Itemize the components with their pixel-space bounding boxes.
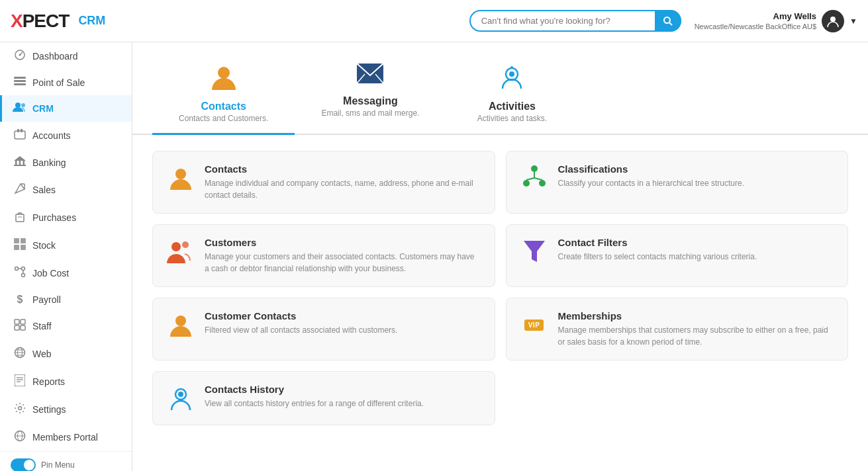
toggle-knob (24, 460, 34, 470)
svg-point-2 (830, 17, 836, 22)
avatar[interactable] (822, 10, 844, 32)
search-icon (663, 16, 673, 26)
customer-contacts-card-desc: Filtered view of all contacts associated… (205, 324, 481, 336)
tab-activities[interactable]: Activities Activities and tasks. (446, 56, 578, 134)
sidebar-item-purchases[interactable]: Purchases (0, 204, 132, 232)
members-portal-icon (13, 430, 27, 445)
contacts-tab-sublabel: Contacts and Customers. (179, 114, 268, 123)
svg-rect-31 (15, 320, 19, 324)
contacts-card-title: Contacts (205, 163, 481, 175)
svg-point-4 (19, 54, 21, 56)
contacts-history-card-title: Contacts History (205, 384, 481, 395)
logo-area: XPECT CRM (11, 11, 105, 32)
svg-point-8 (15, 103, 21, 108)
cards-section: Contacts Manage individual and company c… (132, 135, 868, 441)
sidebar-item-banking[interactable]: Banking (0, 150, 132, 176)
sidebar-item-settings[interactable]: Settings (0, 396, 132, 423)
search-area (469, 10, 681, 32)
svg-rect-34 (21, 325, 25, 330)
settings-icon (13, 402, 27, 417)
sidebar-item-payroll[interactable]: $ Payroll (0, 287, 132, 312)
card-contact-filters[interactable]: Contact Filters Create filters to select… (506, 224, 849, 287)
user-dropdown-arrow[interactable]: ▼ (849, 17, 857, 26)
svg-point-56 (539, 180, 546, 187)
svg-rect-33 (15, 325, 19, 330)
reports-icon (13, 374, 27, 389)
sidebar-item-crm[interactable]: CRM (0, 95, 132, 122)
svg-rect-20 (16, 214, 24, 222)
main-layout: Dashboard Point of Sale (0, 42, 868, 471)
activities-tab-sublabel: Activities and tasks. (477, 114, 547, 123)
customer-contacts-card-icon (166, 310, 195, 339)
sidebar-item-web[interactable]: Web (0, 340, 132, 368)
pin-menu-toggle[interactable] (11, 458, 36, 471)
sidebar-item-accounts[interactable]: Accounts (0, 122, 132, 150)
sales-icon (13, 183, 27, 197)
sidebar-item-staff[interactable]: Staff (0, 312, 132, 340)
avatar-icon (826, 14, 840, 28)
svg-point-61 (182, 241, 189, 248)
logo-x: X (11, 11, 23, 31)
tab-messaging[interactable]: Messaging Email, sms and mail merge. (295, 56, 446, 128)
contacts-card-desc: Manage individual and company contacts, … (205, 177, 481, 201)
activities-tab-label: Activities (489, 101, 536, 112)
customers-card-icon (166, 237, 195, 266)
sidebar-item-reports[interactable]: Reports (0, 368, 132, 396)
sidebar-label-members-portal: Members Portal (32, 432, 98, 443)
card-classifications[interactable]: Classifications Classify your contacts i… (506, 151, 849, 214)
user-name: Amy Wells (695, 11, 816, 22)
memberships-card-desc: Manage memberships that customers may su… (558, 324, 835, 348)
card-contacts[interactable]: Contacts Manage individual and company c… (152, 151, 495, 214)
classifications-card-desc: Classify your contacts in a hierarchical… (558, 177, 835, 189)
sidebar-item-dashboard[interactable]: Dashboard (0, 42, 132, 70)
sidebar-label-stock: Stock (32, 240, 56, 251)
search-button[interactable] (655, 10, 681, 32)
svg-rect-40 (15, 374, 25, 386)
contacts-history-card-desc: View all contacts history entries for a … (205, 398, 481, 409)
customer-contacts-card-title: Customer Contacts (205, 310, 481, 321)
svg-rect-6 (14, 80, 26, 82)
sidebar-label-banking: Banking (32, 157, 66, 168)
stock-icon (13, 238, 27, 253)
messaging-tab-icon (356, 62, 385, 91)
user-info: Amy Wells Newcastle/Newcastle BackOffice… (695, 11, 816, 30)
card-customers[interactable]: Customers Manage your customers and thei… (152, 224, 495, 287)
pin-menu-label: Pin Menu (41, 460, 75, 470)
search-input[interactable] (469, 10, 681, 32)
dashboard-icon (13, 49, 27, 64)
sidebar-item-point-of-sale[interactable]: Point of Sale (0, 70, 132, 95)
sidebar-item-stock[interactable]: Stock (0, 232, 132, 259)
sidebar-item-sales[interactable]: Sales (0, 176, 132, 204)
svg-rect-32 (21, 320, 25, 324)
svg-point-26 (15, 267, 19, 271)
sidebar-label-settings: Settings (32, 404, 66, 415)
card-contacts-history[interactable]: Contacts History View all contacts histo… (152, 371, 495, 425)
sidebar-item-members-portal[interactable]: Members Portal (0, 423, 132, 451)
payroll-icon: $ (13, 294, 27, 306)
user-area: Amy Wells Newcastle/Newcastle BackOffice… (695, 10, 857, 32)
contacts-tab-label: Contacts (201, 101, 246, 112)
card-customer-contacts[interactable]: Customer Contacts Filtered view of all c… (152, 298, 495, 361)
svg-point-0 (664, 17, 670, 23)
contact-filters-card-desc: Create filters to select contacts matchi… (558, 251, 835, 263)
svg-rect-25 (21, 245, 26, 250)
svg-rect-12 (21, 129, 23, 132)
svg-point-48 (218, 67, 230, 79)
svg-point-55 (523, 180, 530, 187)
sidebar-label-staff: Staff (32, 321, 52, 331)
svg-point-65 (178, 392, 183, 397)
svg-rect-23 (21, 238, 26, 243)
svg-point-63 (175, 316, 186, 326)
sidebar-label-dashboard: Dashboard (32, 51, 78, 62)
staff-icon (13, 319, 27, 333)
svg-rect-24 (14, 245, 19, 250)
tab-contacts[interactable]: Contacts Contacts and Customers. (152, 56, 295, 134)
accounts-icon (13, 128, 27, 143)
svg-point-54 (531, 165, 538, 172)
sidebar-label-purchases: Purchases (32, 212, 76, 223)
sidebar-item-job-cost[interactable]: Job Cost (0, 259, 132, 287)
contacts-card-icon (166, 163, 195, 193)
card-memberships[interactable]: VIP Memberships Manage memberships that … (506, 298, 849, 361)
sidebar-footer: Pin Menu (0, 451, 132, 471)
purchases-icon (13, 210, 27, 225)
